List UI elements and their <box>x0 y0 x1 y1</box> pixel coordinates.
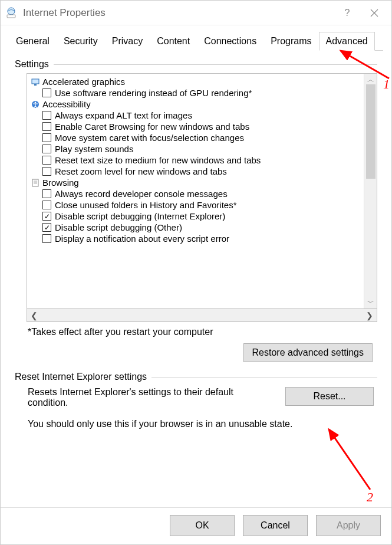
scroll-down-icon[interactable]: ﹀ <box>367 299 374 306</box>
annotation-label-2: 2 <box>367 490 373 505</box>
checkbox[interactable] <box>42 88 51 97</box>
reset-button[interactable]: Reset... <box>285 387 374 406</box>
scroll-left-icon[interactable]: ❮ <box>31 311 38 320</box>
svg-point-5 <box>35 101 37 103</box>
settings-tree[interactable]: Accelerated graphicsUse software renderi… <box>27 73 377 309</box>
svg-rect-2 <box>32 79 39 84</box>
checkbox[interactable] <box>42 234 51 243</box>
svg-rect-3 <box>34 84 37 86</box>
apply-button[interactable]: Apply <box>316 515 381 536</box>
svg-rect-6 <box>32 179 38 186</box>
checkbox[interactable]: ✓ <box>42 223 51 232</box>
option-label: Move system caret with focus/selection c… <box>55 133 244 143</box>
settings-option[interactable]: Reset zoom level for new windows and tab… <box>31 166 364 177</box>
settings-tree-content: Accelerated graphicsUse software renderi… <box>27 74 364 308</box>
internet-options-icon <box>4 6 18 20</box>
settings-option[interactable]: Move system caret with focus/selection c… <box>31 132 364 143</box>
tab-security[interactable]: Security <box>57 32 105 51</box>
checkbox[interactable] <box>42 156 51 165</box>
scroll-right-icon[interactable]: ❯ <box>366 311 373 320</box>
accessibility-icon <box>31 100 40 109</box>
divider <box>54 64 377 65</box>
option-label: Display a notification about every scrip… <box>55 234 229 244</box>
dialog-button-row: OK Cancel Apply <box>1 507 391 544</box>
settings-option[interactable]: Close unused folders in History and Favo… <box>31 199 364 211</box>
settings-option[interactable]: Play system sounds <box>31 143 364 155</box>
page-icon <box>31 178 40 188</box>
tab-privacy[interactable]: Privacy <box>105 32 150 51</box>
svg-point-0 <box>8 8 15 15</box>
settings-category: Accelerated graphics <box>31 76 364 87</box>
tab-programs[interactable]: Programs <box>263 32 318 51</box>
scroll-up-icon[interactable]: ︿ <box>367 76 374 83</box>
option-label: Play system sounds <box>55 144 133 154</box>
checkbox[interactable] <box>42 189 51 198</box>
checkbox[interactable] <box>42 145 51 153</box>
reset-warning: You should only use this if your browser… <box>28 419 374 429</box>
advanced-tab-body: Settings Accelerated graphicsUse softwar… <box>9 51 383 507</box>
horizontal-scrollbar[interactable]: ❮ ❯ <box>27 309 377 322</box>
option-label: Use software rendering instead of GPU re… <box>55 88 252 98</box>
vertical-scrollbar[interactable]: ︿ ﹀ <box>364 74 377 308</box>
option-label: Reset text size to medium for new window… <box>55 155 261 165</box>
annotation-label-1: 1 <box>383 77 390 92</box>
monitor-icon <box>31 77 40 87</box>
restart-footnote: *Takes effect after you restart your com… <box>28 327 377 337</box>
settings-option[interactable]: ✓Disable script debugging (Internet Expl… <box>31 211 364 222</box>
close-button[interactable] <box>361 4 388 22</box>
category-label: Accessibility <box>42 99 91 109</box>
settings-option[interactable]: Use software rendering instead of GPU re… <box>31 87 364 99</box>
divider <box>151 377 377 377</box>
settings-category: Browsing <box>31 177 364 188</box>
settings-category: Accessibility <box>31 99 364 110</box>
scroll-thumb[interactable] <box>366 84 375 179</box>
settings-group-text: Settings <box>15 59 49 70</box>
settings-group-label: Settings <box>15 59 377 70</box>
checkbox[interactable] <box>42 133 51 142</box>
option-label: Always record developer console messages <box>55 189 228 199</box>
category-label: Accelerated graphics <box>42 77 125 87</box>
category-label: Browsing <box>42 178 79 188</box>
restore-advanced-button[interactable]: Restore advanced settings <box>243 343 373 362</box>
option-label: Close unused folders in History and Favo… <box>55 200 236 210</box>
tab-connections[interactable]: Connections <box>197 32 263 51</box>
settings-option[interactable]: ✓Disable script debugging (Other) <box>31 222 364 233</box>
tab-content[interactable]: Content <box>150 32 197 51</box>
ok-button[interactable]: OK <box>170 515 235 536</box>
settings-option[interactable]: Reset text size to medium for new window… <box>31 155 364 166</box>
checkbox[interactable] <box>42 122 51 131</box>
checkbox[interactable] <box>42 167 51 176</box>
help-button[interactable]: ? <box>334 4 361 22</box>
settings-option[interactable]: Always record developer console messages <box>31 188 364 199</box>
internet-properties-dialog: Internet Properties ? General Security P… <box>0 0 392 545</box>
option-label: Always expand ALT text for images <box>55 110 192 120</box>
titlebar: Internet Properties ? <box>1 1 391 25</box>
tab-strip: General Security Privacy Content Connect… <box>9 31 383 51</box>
tab-advanced[interactable]: Advanced <box>319 32 375 51</box>
settings-option[interactable]: Display a notification about every scrip… <box>31 233 364 244</box>
settings-option[interactable]: Enable Caret Browsing for new windows an… <box>31 121 364 132</box>
option-label: Reset zoom level for new windows and tab… <box>55 166 227 176</box>
checkbox[interactable] <box>42 111 51 120</box>
reset-group-text: Reset Internet Explorer settings <box>15 372 147 382</box>
window-title: Internet Properties <box>23 7 334 19</box>
dialog-content: General Security Privacy Content Connect… <box>1 25 391 507</box>
settings-option[interactable]: Always expand ALT text for images <box>31 110 364 121</box>
option-label: Enable Caret Browsing for new windows an… <box>55 122 249 132</box>
checkbox[interactable]: ✓ <box>42 212 51 221</box>
option-label: Disable script debugging (Internet Explo… <box>55 211 225 221</box>
svg-rect-1 <box>7 15 15 18</box>
checkbox[interactable] <box>42 201 51 209</box>
option-label: Disable script debugging (Other) <box>55 222 182 232</box>
reset-group-label: Reset Internet Explorer settings <box>15 372 377 382</box>
tab-general[interactable]: General <box>9 32 57 51</box>
cancel-button[interactable]: Cancel <box>243 515 308 536</box>
reset-description: Resets Internet Explorer's settings to t… <box>28 387 275 408</box>
